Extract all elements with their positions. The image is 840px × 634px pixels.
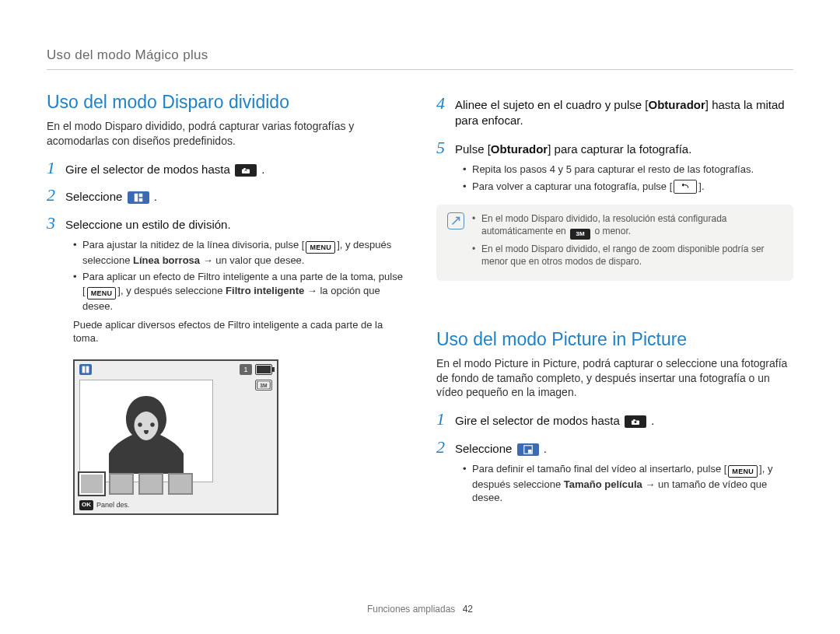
page-header: Uso del modo Mágico plus bbox=[47, 47, 793, 70]
layout-option-2col bbox=[79, 473, 104, 495]
left-column: Uso del modo Disparo dividido En el modo… bbox=[47, 87, 404, 515]
battery-icon bbox=[255, 364, 272, 375]
pip-step-2-bullets: Para definir el tamaño final del vídeo a… bbox=[463, 462, 793, 505]
step-body: Gire el selector de modos hasta . bbox=[65, 162, 404, 177]
bullet-text: ], y después seleccione bbox=[117, 285, 222, 296]
menu-icon: MENU bbox=[306, 241, 335, 254]
step-body: Alinee el sujeto en el cuadro y pulse [O… bbox=[455, 97, 793, 129]
step-text: Seleccione bbox=[455, 442, 512, 455]
step-text: Pulse [ bbox=[455, 142, 491, 156]
section-intro: En el modo Picture in Picture, podrá cap… bbox=[436, 356, 793, 401]
step-2: 2 Seleccione . bbox=[47, 184, 404, 207]
cam-right-indicators: 3M bbox=[255, 380, 272, 391]
svg-text:3M: 3M bbox=[260, 382, 268, 387]
step-text: Gire el selector de modos hasta bbox=[65, 163, 230, 176]
section-heading-split-shot: Uso del modo Disparo dividido bbox=[47, 90, 404, 114]
section-intro: En el modo Disparo dividido, podrá captu… bbox=[47, 119, 404, 149]
bullet-item: Para volver a capturar una fotografía, p… bbox=[463, 180, 793, 194]
bullet-text: → un valor que desee. bbox=[200, 254, 304, 266]
bold-term: Obturador bbox=[491, 142, 548, 156]
note-list: En el modo Disparo dividido, la resoluci… bbox=[472, 212, 782, 271]
note-item: En el modo Disparo dividido, el rango de… bbox=[472, 243, 782, 268]
resolution-indicator: 3M bbox=[255, 380, 272, 391]
svg-rect-0 bbox=[134, 194, 138, 202]
step-number: 3 bbox=[47, 212, 59, 235]
resolution-icon: 3M bbox=[570, 229, 590, 240]
bullet-text: ]. bbox=[698, 180, 704, 192]
bold-term: Tamaño película bbox=[564, 478, 642, 490]
step-text: Seleccione bbox=[65, 190, 122, 203]
step-3: 3 Seleccione un estilo de división. bbox=[47, 212, 404, 235]
step-5: 5 Pulse [Obturador] para capturar la fot… bbox=[436, 136, 793, 159]
mode-dial-icon bbox=[235, 164, 257, 177]
camera-screen-illustration: 1 3M bbox=[73, 359, 278, 515]
step-number: 4 bbox=[436, 92, 449, 115]
mode-dial-icon bbox=[625, 415, 646, 428]
right-column: 4 Alinee el sujeto en el cuadro y pulse … bbox=[436, 87, 793, 515]
step-text-after: . bbox=[261, 163, 264, 176]
svg-rect-2 bbox=[138, 198, 142, 202]
layout-option-3row bbox=[168, 473, 193, 495]
step-body: Gire el selector de modos hasta . bbox=[455, 413, 793, 429]
svg-rect-4 bbox=[86, 366, 89, 373]
pip-step-2: 2 Seleccione . bbox=[436, 436, 793, 459]
layout-options bbox=[79, 473, 193, 495]
step-number: 1 bbox=[47, 156, 59, 180]
bullet-item: Para ajustar la nitidez de la línea divi… bbox=[73, 238, 404, 268]
bullet-text: Para definir el tamaño final del vídeo a… bbox=[472, 463, 726, 475]
back-icon bbox=[674, 180, 697, 194]
bullet-text: Para volver a capturar una fotografía, p… bbox=[472, 180, 672, 192]
split-shot-icon bbox=[128, 191, 149, 204]
step-text-after: . bbox=[544, 442, 547, 455]
cam-preview-pane bbox=[79, 380, 213, 482]
bullet-item: Repita los pasos 4 y 5 para capturar el … bbox=[463, 163, 793, 177]
pip-step-1: 1 Gire el selector de modos hasta . bbox=[436, 408, 793, 431]
step-body: Seleccione un estilo de división. bbox=[65, 217, 404, 233]
layout-option-3col bbox=[109, 473, 134, 495]
note-icon bbox=[447, 212, 464, 229]
cam-topbar: 1 bbox=[75, 361, 277, 378]
step-5-bullets: Repita los pasos 4 y 5 para capturar el … bbox=[463, 163, 793, 194]
ok-key-icon: OK bbox=[79, 500, 93, 510]
step-1: 1 Gire el selector de modos hasta . bbox=[47, 156, 404, 180]
portrait-silhouette-icon bbox=[100, 388, 193, 474]
step-3-tail: Puede aplicar diversos efectos de Filtro… bbox=[73, 318, 404, 345]
step-number: 2 bbox=[436, 436, 449, 459]
step-text-after: . bbox=[154, 190, 157, 203]
bold-term: Línea borrosa bbox=[133, 254, 200, 266]
cam-footer: OK Panel des. bbox=[79, 500, 130, 510]
svg-rect-3 bbox=[82, 366, 86, 373]
note-text: o menor. bbox=[594, 226, 631, 236]
bullet-text: Para ajustar la nitidez de la línea divi… bbox=[82, 239, 304, 250]
two-column-layout: Uso del modo Disparo dividido En el modo… bbox=[47, 87, 793, 515]
bullet-item: Para aplicar un efecto de Filtro intelig… bbox=[73, 270, 404, 313]
step-text: ] para capturar la fotografía. bbox=[548, 142, 691, 156]
bold-term: Obturador bbox=[649, 98, 705, 111]
pip-icon bbox=[517, 443, 539, 456]
page-footer: Funciones ampliadas 42 bbox=[0, 603, 840, 615]
layout-option-2row bbox=[138, 473, 163, 495]
step-number: 1 bbox=[436, 408, 449, 431]
footer-section: Funciones ampliadas bbox=[367, 604, 455, 615]
note-box: En el modo Disparo dividido, la resoluci… bbox=[436, 205, 793, 281]
step-text: Alinee el sujeto en el cuadro y pulse [ bbox=[455, 98, 649, 111]
manual-page: Uso del modo Mágico plus Uso del modo Di… bbox=[0, 0, 840, 634]
cam-footer-label: Panel des. bbox=[96, 500, 130, 510]
step-body: Pulse [Obturador] para capturar la fotog… bbox=[455, 142, 793, 157]
step-number: 2 bbox=[47, 184, 59, 207]
svg-rect-1 bbox=[138, 194, 142, 198]
step-text: Gire el selector de modos hasta bbox=[455, 414, 620, 427]
page-number: 42 bbox=[463, 604, 473, 615]
step-4: 4 Alinee el sujeto en el cuadro y pulse … bbox=[436, 92, 793, 129]
step-3-bullets: Para ajustar la nitidez de la línea divi… bbox=[73, 238, 404, 313]
note-item: En el modo Disparo dividido, la resoluci… bbox=[472, 212, 782, 240]
split-indicator-icon bbox=[79, 364, 92, 375]
bullet-item: Para definir el tamaño final del vídeo a… bbox=[463, 462, 793, 505]
menu-icon: MENU bbox=[87, 287, 117, 299]
count-indicator: 1 bbox=[240, 364, 252, 375]
step-body: Seleccione . bbox=[455, 441, 793, 457]
svg-rect-9 bbox=[528, 450, 532, 454]
section-heading-pip: Uso del modo Picture in Picture bbox=[436, 328, 793, 352]
step-number: 5 bbox=[436, 136, 449, 159]
step-body: Seleccione . bbox=[65, 189, 404, 205]
